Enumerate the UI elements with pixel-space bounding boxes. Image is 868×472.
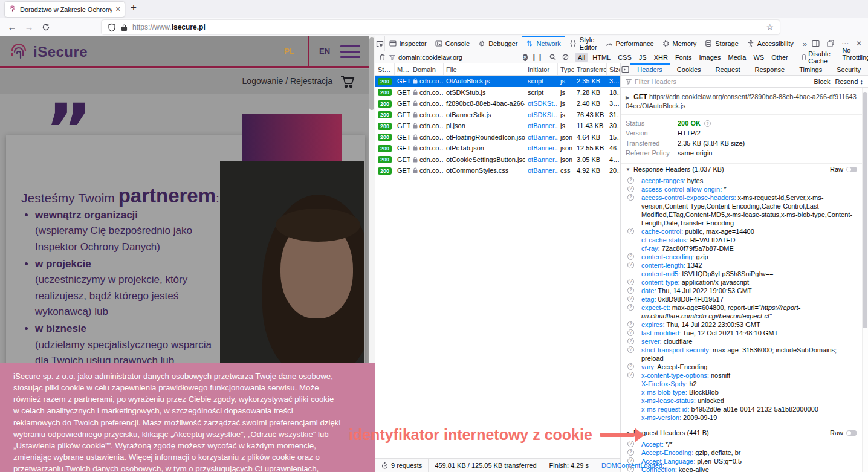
type-filter-button[interactable]: WS	[750, 53, 767, 62]
help-icon[interactable]: ?	[627, 449, 634, 456]
details-tab[interactable]: Headers	[630, 63, 670, 75]
type-filter-button[interactable]: JS	[636, 53, 650, 62]
response-header-row[interactable]: ? x-ms-blob-type: BlockBlob	[621, 388, 860, 396]
details-tab[interactable]: Request	[708, 63, 748, 75]
help-icon[interactable]: ?	[627, 186, 634, 192]
response-header-row[interactable]: ? content-length: 1342	[621, 261, 860, 270]
help-icon[interactable]: ?	[627, 466, 634, 472]
details-scrollbar-thumb[interactable]	[863, 92, 867, 328]
column-header-initiator[interactable]: Initiator	[525, 63, 558, 75]
response-header-row[interactable]: ? x-ms-version: 2009-09-19	[621, 413, 860, 422]
response-header-row[interactable]: ? content-md5: ISVHQDp8yLpS5h8SniPgIw==	[621, 270, 860, 278]
help-icon[interactable]: ?	[627, 287, 634, 294]
help-icon[interactable]: ?	[627, 228, 634, 234]
help-icon[interactable]: ?	[627, 194, 634, 201]
collapse-triangle-icon[interactable]: ▼	[626, 430, 630, 436]
pause-recording-icon[interactable]: ❙❙	[531, 53, 543, 61]
details-scrollbar[interactable]	[862, 88, 868, 472]
column-header-method[interactable]: M…	[395, 63, 410, 75]
element-picker-icon[interactable]	[375, 36, 385, 51]
response-header-row[interactable]: ? cf-cache-status: REVALIDATED	[621, 236, 860, 244]
network-request-row[interactable]: 200 GET cdn.co… otCookieSettingsButton.j…	[375, 154, 620, 166]
search-icon[interactable]	[549, 54, 556, 60]
help-icon[interactable]: ?	[627, 296, 634, 302]
help-icon[interactable]: ?	[627, 457, 634, 464]
column-header-type[interactable]: Type	[558, 63, 574, 75]
devtools-tab[interactable]: Inspector	[385, 36, 431, 51]
block-url-button[interactable]: Block	[814, 78, 831, 85]
response-header-row[interactable]: ? x-ms-request-id: b4952d0e-a01e-0014-21…	[621, 405, 860, 413]
help-icon[interactable]: ?	[627, 372, 634, 378]
type-filter-button[interactable]: Media	[725, 53, 749, 62]
language-pl-button[interactable]: PL	[284, 47, 294, 56]
devtools-tab[interactable]: Memory	[658, 36, 701, 51]
request-header-row[interactable]: ? Accept: */*	[621, 440, 860, 448]
network-request-row[interactable]: 200 GET cdn.co… otSDKStub.js script js 7…	[375, 87, 620, 99]
raw-toggle[interactable]	[846, 167, 857, 172]
help-icon[interactable]: ?	[627, 253, 634, 260]
help-icon[interactable]: ?	[627, 441, 634, 447]
network-request-row[interactable]: 200 GET cdn.co… OtAutoBlock.js script js…	[375, 76, 620, 87]
response-header-row[interactable]: ? access-control-expose-headers: x-ms-re…	[621, 193, 860, 227]
resend-button[interactable]: Resend ↕	[835, 78, 863, 85]
help-icon[interactable]: ?	[627, 279, 634, 285]
response-header-row[interactable]: ? last-modified: Tue, 12 Oct 2021 14:48:…	[621, 329, 860, 337]
response-header-row[interactable]: ? access-control-allow-origin: *	[621, 185, 860, 193]
block-requests-icon[interactable]	[562, 54, 569, 60]
filter-headers-input[interactable]: Filter Headers	[626, 78, 811, 85]
type-filter-button[interactable]: HTML	[589, 53, 614, 62]
request-header-row[interactable]: ? Connection: keep-alive	[621, 465, 860, 472]
site-logo[interactable]: iSecure	[8, 41, 88, 63]
request-header-row[interactable]: ? Accept-Language: pl,en-US;q=0.5	[621, 457, 860, 465]
response-header-row[interactable]: ? cache-control: public, max-age=14400	[621, 227, 860, 236]
column-header-domain[interactable]: Domain	[410, 63, 444, 75]
raw-toggle[interactable]	[846, 430, 857, 436]
column-header-status[interactable]: St…	[375, 63, 395, 75]
clear-requests-icon[interactable]	[379, 54, 386, 61]
padlock-icon[interactable]	[121, 24, 128, 31]
help-icon[interactable]: ?	[627, 321, 634, 328]
request-header-row[interactable]: ? Accept-Encoding: gzip, deflate, br	[621, 448, 860, 457]
details-tab[interactable]: Timings	[792, 63, 829, 75]
response-header-row[interactable]: ? x-ms-lease-status: unlocked	[621, 396, 860, 405]
devtools-tab[interactable]: Console	[431, 36, 474, 51]
help-icon[interactable]: ?	[627, 346, 634, 353]
details-tab[interactable]: Security	[829, 63, 868, 75]
network-request-row[interactable]: 200 GET cdn.co… otPcTab.json otBanner… j…	[375, 143, 620, 154]
cart-icon[interactable]	[340, 74, 355, 89]
type-filter-button[interactable]: Images	[696, 53, 724, 62]
request-headers-header[interactable]: ▼ Request Headers (441 B) Raw	[621, 427, 862, 439]
separate-window-icon[interactable]	[827, 40, 834, 47]
devtools-tab[interactable]: Network	[522, 36, 565, 51]
response-header-row[interactable]: ? etag: 0x8D98D8F4F819517	[621, 295, 860, 303]
network-request-row[interactable]: 200 GET cdn.co… pl.json otBanner… js 11.…	[375, 120, 620, 132]
bookmark-star-icon[interactable]: ☆	[766, 22, 774, 32]
network-request-row[interactable]: 200 GET cdn.co… f2890bc8-88eb-4bac-a266-…	[375, 98, 620, 109]
language-en-button[interactable]: EN	[319, 47, 330, 56]
browser-tab[interactable]: Doradztwo w Zakresie Ochrony Dany ✕	[5, 2, 125, 17]
sidebar-toggle-icon[interactable]	[621, 66, 630, 73]
collapse-triangle-icon[interactable]: ▼	[626, 167, 630, 172]
response-header-row[interactable]: ? content-encoding: gzip	[621, 253, 860, 261]
help-icon[interactable]: ?	[627, 363, 634, 370]
disable-cache-checkbox[interactable]	[802, 54, 806, 60]
forward-button[interactable]: →	[21, 22, 37, 32]
help-icon[interactable]: ?	[627, 338, 634, 344]
new-tab-button[interactable]: +	[131, 2, 137, 14]
expand-caret-icon[interactable]: ▶	[626, 95, 629, 100]
hamburger-menu-icon[interactable]	[340, 45, 360, 62]
disable-cache-control[interactable]: Disable Cache	[802, 50, 833, 65]
response-header-row[interactable]: ? vary: Accept-Encoding	[621, 363, 860, 371]
help-icon[interactable]: ?	[627, 329, 634, 336]
type-filter-button[interactable]: Other	[768, 53, 791, 62]
help-icon[interactable]: ?	[704, 120, 711, 127]
back-button[interactable]: ←	[4, 22, 21, 32]
devtools-tab[interactable]: Storage	[701, 36, 743, 51]
login-register-link[interactable]: Logowanie / Rejestracja	[242, 76, 332, 86]
response-header-row[interactable]: ? accept-ranges: bytes	[621, 176, 860, 185]
column-header-transferred[interactable]: Transferred	[574, 63, 607, 75]
details-tab[interactable]: Cookies	[670, 63, 708, 75]
response-header-row[interactable]: ? strict-transport-security: max-age=315…	[621, 346, 860, 363]
devtools-tab[interactable]: Style Editor	[565, 36, 601, 51]
response-header-row[interactable]: ? x-content-type-options: nosniff	[621, 371, 860, 380]
